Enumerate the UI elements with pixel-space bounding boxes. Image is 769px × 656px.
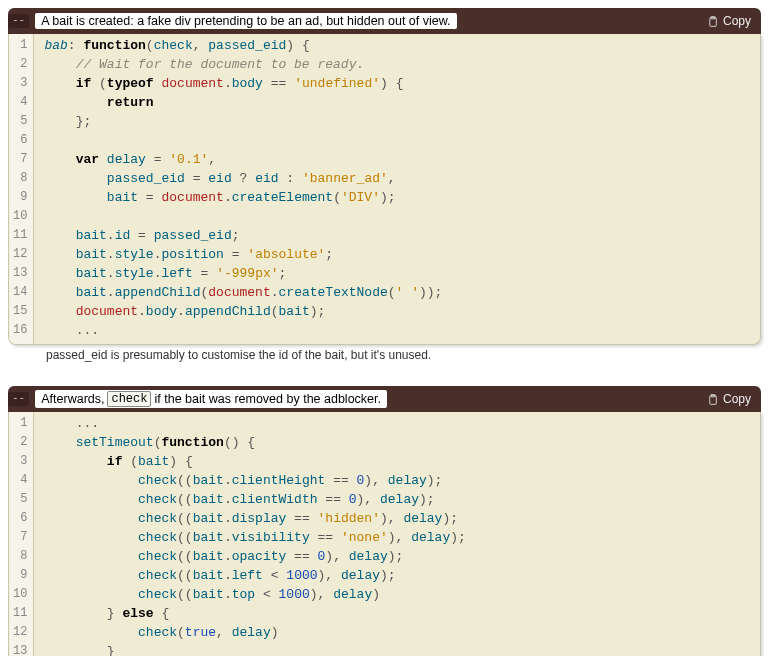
line-number: 9 xyxy=(13,188,27,207)
line-number: 10 xyxy=(13,207,27,226)
clipboard-icon xyxy=(706,393,719,406)
code-block: --Afterwards, check if the bait was remo… xyxy=(8,386,761,656)
code-line: bait.appendChild(document.createTextNode… xyxy=(44,283,752,302)
line-number: 1 xyxy=(13,414,27,433)
line-number: 2 xyxy=(13,55,27,74)
line-number: 9 xyxy=(13,566,27,585)
code-block-header: --A bait is created: a fake div pretendi… xyxy=(8,8,761,34)
code-line: }; xyxy=(44,112,752,131)
code-line: check((bait.clientWidth == 0), delay); xyxy=(44,490,752,509)
code-line: if (bait) { xyxy=(44,452,752,471)
code-line: check((bait.opacity == 0), delay); xyxy=(44,547,752,566)
line-number: 7 xyxy=(13,150,27,169)
caption-inline-code: check xyxy=(107,391,151,407)
copy-button-label: Copy xyxy=(723,392,751,406)
line-number: 13 xyxy=(13,264,27,283)
line-number: 11 xyxy=(13,226,27,245)
caption-text: Afterwards, xyxy=(41,392,104,406)
code-line: } xyxy=(44,642,752,656)
line-number: 10 xyxy=(13,585,27,604)
code-line: check((bait.visibility == 'none'), delay… xyxy=(44,528,752,547)
line-number: 8 xyxy=(13,169,27,188)
clipboard-icon xyxy=(706,15,719,28)
caption-text: if the bait was removed by the adblocker… xyxy=(154,392,381,406)
code-line xyxy=(44,207,752,226)
line-number: 4 xyxy=(13,471,27,490)
code-line: bait.style.position = 'absolute'; xyxy=(44,245,752,264)
code-line: return xyxy=(44,93,752,112)
collapse-button[interactable]: -- xyxy=(8,14,29,28)
line-number-gutter: 123456789101112131415 xyxy=(9,412,34,656)
code-block-caption: Afterwards, check if the bait was remove… xyxy=(35,390,387,408)
line-number: 6 xyxy=(13,509,27,528)
collapse-button[interactable]: -- xyxy=(8,392,29,406)
line-number: 12 xyxy=(13,623,27,642)
code-line: ... xyxy=(44,414,752,433)
code-block: --A bait is created: a fake div pretendi… xyxy=(8,8,761,362)
copy-button[interactable]: Copy xyxy=(702,392,755,406)
line-number: 5 xyxy=(13,112,27,131)
code-content[interactable]: bab: function(check, passed_eid) { // Wa… xyxy=(34,34,760,344)
code-line: setTimeout(function() { xyxy=(44,433,752,452)
code-line: bait.style.left = '-999px'; xyxy=(44,264,752,283)
line-number: 7 xyxy=(13,528,27,547)
code-block-caption: A bait is created: a fake div pretending… xyxy=(35,13,456,29)
code-line: if (typeof document.body == 'undefined')… xyxy=(44,74,752,93)
code-line xyxy=(44,131,752,150)
code-line: // Wait for the document to be ready. xyxy=(44,55,752,74)
line-number-gutter: 12345678910111213141516 xyxy=(9,34,34,344)
code-line: var delay = '0.1', xyxy=(44,150,752,169)
line-number: 11 xyxy=(13,604,27,623)
code-block-header: --Afterwards, check if the bait was remo… xyxy=(8,386,761,412)
line-number: 6 xyxy=(13,131,27,150)
line-number: 12 xyxy=(13,245,27,264)
line-number: 3 xyxy=(13,74,27,93)
code-area: 12345678910111213141516bab: function(che… xyxy=(8,34,761,345)
code-line: passed_eid = eid ? eid : 'banner_ad', xyxy=(44,169,752,188)
code-area: 123456789101112131415 ... setTimeout(fun… xyxy=(8,412,761,656)
code-line: check((bait.display == 'hidden'), delay)… xyxy=(44,509,752,528)
line-number: 2 xyxy=(13,433,27,452)
line-number: 15 xyxy=(13,302,27,321)
code-line: ... xyxy=(44,321,752,340)
code-line: document.body.appendChild(bait); xyxy=(44,302,752,321)
code-line: check(true, delay) xyxy=(44,623,752,642)
line-number: 16 xyxy=(13,321,27,340)
code-line: check((bait.top < 1000), delay) xyxy=(44,585,752,604)
code-line: check((bait.clientHeight == 0), delay); xyxy=(44,471,752,490)
line-number: 13 xyxy=(13,642,27,656)
code-block-footnote: passed_eid is presumably to customise th… xyxy=(8,345,761,362)
line-number: 14 xyxy=(13,283,27,302)
code-line: check((bait.left < 1000), delay); xyxy=(44,566,752,585)
code-line: bait = document.createElement('DIV'); xyxy=(44,188,752,207)
code-line: } else { xyxy=(44,604,752,623)
line-number: 3 xyxy=(13,452,27,471)
line-number: 1 xyxy=(13,36,27,55)
caption-text: A bait is created: a fake div pretending… xyxy=(41,14,450,28)
copy-button-label: Copy xyxy=(723,14,751,28)
code-content[interactable]: ... setTimeout(function() { if (bait) { … xyxy=(34,412,760,656)
code-line: bab: function(check, passed_eid) { xyxy=(44,36,752,55)
line-number: 4 xyxy=(13,93,27,112)
code-line: bait.id = passed_eid; xyxy=(44,226,752,245)
copy-button[interactable]: Copy xyxy=(702,14,755,28)
line-number: 8 xyxy=(13,547,27,566)
line-number: 5 xyxy=(13,490,27,509)
